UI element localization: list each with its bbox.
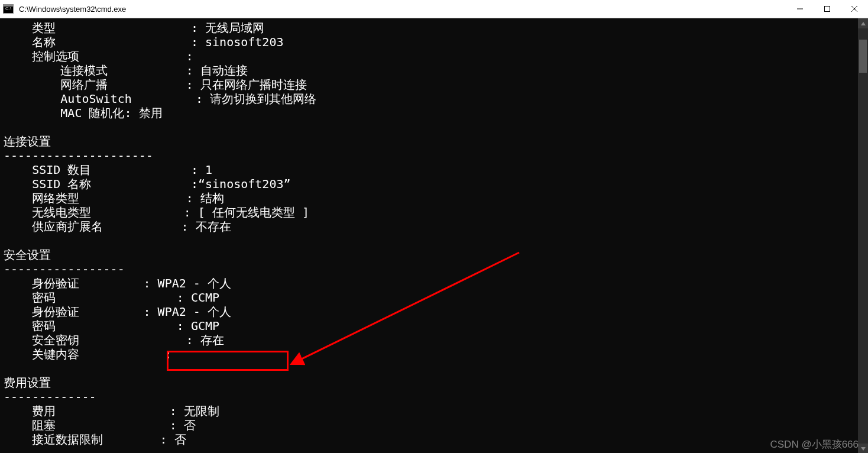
scrollbar-thumb[interactable] — [859, 40, 867, 73]
window-title: C:\Windows\system32\cmd.exe — [17, 5, 786, 14]
cmd-icon: C:\ — [3, 4, 14, 14]
maximize-button[interactable] — [814, 0, 841, 18]
window-titlebar: C:\ C:\Windows\system32\cmd.exe — [0, 0, 868, 18]
svg-rect-1 — [825, 7, 830, 12]
close-button[interactable] — [841, 0, 868, 18]
scroll-down-button[interactable] — [858, 444, 868, 453]
window-controls — [786, 0, 868, 18]
svg-marker-4 — [861, 22, 866, 25]
scroll-up-button[interactable] — [858, 18, 868, 28]
vertical-scrollbar[interactable] — [858, 18, 868, 453]
terminal-output[interactable]: 类型 : 无线局域网 名称 : sinosoft203 控制选项 : 连接模式 … — [0, 18, 858, 453]
cmd-icon-label: C:\ — [5, 7, 11, 11]
minimize-button[interactable] — [786, 0, 814, 18]
window-icon: C:\ — [0, 0, 17, 18]
terminal-area: 类型 : 无线局域网 名称 : sinosoft203 控制选项 : 连接模式 … — [0, 18, 868, 453]
svg-marker-5 — [861, 447, 866, 451]
